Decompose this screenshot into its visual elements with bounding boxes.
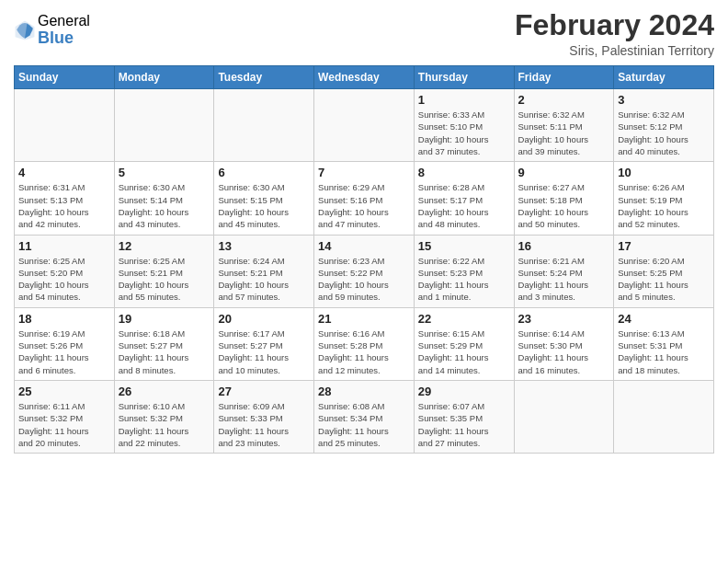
day-info: Sunrise: 6:20 AM Sunset: 5:25 PM Dayligh… xyxy=(618,255,710,304)
day-number: 26 xyxy=(119,385,210,398)
day-number: 19 xyxy=(119,312,210,326)
col-header-sunday: Sunday xyxy=(15,66,115,89)
logo-blue: Blue xyxy=(38,29,90,48)
day-number: 5 xyxy=(119,166,210,179)
day-number: 16 xyxy=(518,239,610,253)
logo: General Blue xyxy=(14,13,90,47)
calendar-cell: 6Sunrise: 6:30 AM Sunset: 5:15 PM Daylig… xyxy=(214,162,314,235)
day-number: 8 xyxy=(418,166,510,179)
day-info: Sunrise: 6:31 AM Sunset: 5:13 PM Dayligh… xyxy=(18,181,110,230)
title-area: February 2024 Siris, Palestinian Territo… xyxy=(515,9,714,58)
day-number: 4 xyxy=(18,166,110,179)
day-number: 27 xyxy=(218,385,310,398)
day-number: 21 xyxy=(318,312,410,326)
calendar-cell: 15Sunrise: 6:22 AM Sunset: 5:23 PM Dayli… xyxy=(414,235,514,307)
calendar-cell: 18Sunrise: 6:19 AM Sunset: 5:26 PM Dayli… xyxy=(15,307,115,380)
logo-general: General xyxy=(38,13,90,29)
calendar-cell: 13Sunrise: 6:24 AM Sunset: 5:21 PM Dayli… xyxy=(214,235,314,307)
day-info: Sunrise: 6:23 AM Sunset: 5:22 PM Dayligh… xyxy=(318,255,410,304)
col-header-friday: Friday xyxy=(514,66,614,89)
day-number: 15 xyxy=(418,239,510,253)
day-info: Sunrise: 6:10 AM Sunset: 5:32 PM Dayligh… xyxy=(119,400,210,449)
day-info: Sunrise: 6:11 AM Sunset: 5:32 PM Dayligh… xyxy=(18,400,110,449)
day-info: Sunrise: 6:17 AM Sunset: 5:27 PM Dayligh… xyxy=(218,327,310,376)
week-row-5: 25Sunrise: 6:11 AM Sunset: 5:32 PM Dayli… xyxy=(15,380,714,453)
day-info: Sunrise: 6:21 AM Sunset: 5:24 PM Dayligh… xyxy=(518,255,610,304)
day-number: 25 xyxy=(18,385,110,398)
calendar-cell xyxy=(214,89,314,162)
day-number: 29 xyxy=(418,385,510,398)
calendar-cell: 9Sunrise: 6:27 AM Sunset: 5:18 PM Daylig… xyxy=(514,162,614,235)
calendar-cell: 14Sunrise: 6:23 AM Sunset: 5:22 PM Dayli… xyxy=(314,235,415,307)
calendar-cell: 5Sunrise: 6:30 AM Sunset: 5:14 PM Daylig… xyxy=(114,162,214,235)
calendar-cell: 2Sunrise: 6:32 AM Sunset: 5:11 PM Daylig… xyxy=(514,89,614,162)
day-info: Sunrise: 6:29 AM Sunset: 5:16 PM Dayligh… xyxy=(318,181,410,230)
day-number: 17 xyxy=(618,239,710,253)
day-info: Sunrise: 6:25 AM Sunset: 5:20 PM Dayligh… xyxy=(18,255,110,304)
page-container: General Blue February 2024 Siris, Palest… xyxy=(0,0,728,463)
day-info: Sunrise: 6:22 AM Sunset: 5:23 PM Dayligh… xyxy=(418,255,510,304)
calendar-cell: 26Sunrise: 6:10 AM Sunset: 5:32 PM Dayli… xyxy=(114,380,214,453)
day-number: 11 xyxy=(18,239,110,253)
calendar-cell: 11Sunrise: 6:25 AM Sunset: 5:20 PM Dayli… xyxy=(15,235,115,307)
col-header-monday: Monday xyxy=(114,66,214,89)
calendar-cell: 19Sunrise: 6:18 AM Sunset: 5:27 PM Dayli… xyxy=(114,307,214,380)
location: Siris, Palestinian Territory xyxy=(515,43,714,58)
col-header-wednesday: Wednesday xyxy=(314,66,415,89)
col-header-saturday: Saturday xyxy=(614,66,714,89)
calendar-cell: 29Sunrise: 6:07 AM Sunset: 5:35 PM Dayli… xyxy=(414,380,514,453)
header-row: SundayMondayTuesdayWednesdayThursdayFrid… xyxy=(15,66,714,89)
day-number: 14 xyxy=(318,239,410,253)
header: General Blue February 2024 Siris, Palest… xyxy=(14,9,714,58)
calendar-cell: 20Sunrise: 6:17 AM Sunset: 5:27 PM Dayli… xyxy=(214,307,314,380)
week-row-2: 4Sunrise: 6:31 AM Sunset: 5:13 PM Daylig… xyxy=(15,162,714,235)
day-info: Sunrise: 6:14 AM Sunset: 5:30 PM Dayligh… xyxy=(518,327,610,376)
day-number: 18 xyxy=(18,312,110,326)
day-info: Sunrise: 6:09 AM Sunset: 5:33 PM Dayligh… xyxy=(218,400,310,449)
day-info: Sunrise: 6:24 AM Sunset: 5:21 PM Dayligh… xyxy=(218,255,310,304)
calendar-cell xyxy=(514,380,614,453)
day-info: Sunrise: 6:13 AM Sunset: 5:31 PM Dayligh… xyxy=(618,327,710,376)
day-info: Sunrise: 6:27 AM Sunset: 5:18 PM Dayligh… xyxy=(518,181,610,230)
day-info: Sunrise: 6:32 AM Sunset: 5:12 PM Dayligh… xyxy=(618,109,710,157)
day-number: 9 xyxy=(518,166,610,179)
day-info: Sunrise: 6:08 AM Sunset: 5:34 PM Dayligh… xyxy=(318,400,410,449)
calendar-cell: 28Sunrise: 6:08 AM Sunset: 5:34 PM Dayli… xyxy=(314,380,415,453)
day-number: 6 xyxy=(218,166,310,179)
calendar-cell: 1Sunrise: 6:33 AM Sunset: 5:10 PM Daylig… xyxy=(414,89,514,162)
day-number: 13 xyxy=(218,239,310,253)
day-number: 12 xyxy=(119,239,210,253)
day-number: 24 xyxy=(618,312,710,326)
calendar-cell: 17Sunrise: 6:20 AM Sunset: 5:25 PM Dayli… xyxy=(614,235,714,307)
day-info: Sunrise: 6:30 AM Sunset: 5:14 PM Dayligh… xyxy=(119,181,210,230)
calendar-cell: 24Sunrise: 6:13 AM Sunset: 5:31 PM Dayli… xyxy=(614,307,714,380)
day-info: Sunrise: 6:26 AM Sunset: 5:19 PM Dayligh… xyxy=(618,181,710,230)
day-number: 1 xyxy=(418,93,510,107)
calendar-cell: 10Sunrise: 6:26 AM Sunset: 5:19 PM Dayli… xyxy=(614,162,714,235)
day-info: Sunrise: 6:15 AM Sunset: 5:29 PM Dayligh… xyxy=(418,327,510,376)
day-info: Sunrise: 6:16 AM Sunset: 5:28 PM Dayligh… xyxy=(318,327,410,376)
month-title: February 2024 xyxy=(515,9,714,41)
calendar-cell: 4Sunrise: 6:31 AM Sunset: 5:13 PM Daylig… xyxy=(15,162,115,235)
day-number: 7 xyxy=(318,166,410,179)
day-info: Sunrise: 6:32 AM Sunset: 5:11 PM Dayligh… xyxy=(518,109,610,157)
calendar-cell: 7Sunrise: 6:29 AM Sunset: 5:16 PM Daylig… xyxy=(314,162,415,235)
day-number: 2 xyxy=(518,93,610,107)
col-header-thursday: Thursday xyxy=(414,66,514,89)
week-row-1: 1Sunrise: 6:33 AM Sunset: 5:10 PM Daylig… xyxy=(15,89,714,162)
calendar-cell: 3Sunrise: 6:32 AM Sunset: 5:12 PM Daylig… xyxy=(614,89,714,162)
day-number: 3 xyxy=(618,93,710,107)
calendar-cell: 8Sunrise: 6:28 AM Sunset: 5:17 PM Daylig… xyxy=(414,162,514,235)
day-info: Sunrise: 6:30 AM Sunset: 5:15 PM Dayligh… xyxy=(218,181,310,230)
col-header-tuesday: Tuesday xyxy=(214,66,314,89)
calendar-cell: 16Sunrise: 6:21 AM Sunset: 5:24 PM Dayli… xyxy=(514,235,614,307)
calendar-cell: 21Sunrise: 6:16 AM Sunset: 5:28 PM Dayli… xyxy=(314,307,415,380)
day-number: 28 xyxy=(318,385,410,398)
day-number: 10 xyxy=(618,166,710,179)
calendar-cell: 25Sunrise: 6:11 AM Sunset: 5:32 PM Dayli… xyxy=(15,380,115,453)
day-info: Sunrise: 6:07 AM Sunset: 5:35 PM Dayligh… xyxy=(418,400,510,449)
calendar-cell xyxy=(614,380,714,453)
day-info: Sunrise: 6:28 AM Sunset: 5:17 PM Dayligh… xyxy=(418,181,510,230)
calendar-table: SundayMondayTuesdayWednesdayThursdayFrid… xyxy=(14,65,714,454)
calendar-cell: 27Sunrise: 6:09 AM Sunset: 5:33 PM Dayli… xyxy=(214,380,314,453)
